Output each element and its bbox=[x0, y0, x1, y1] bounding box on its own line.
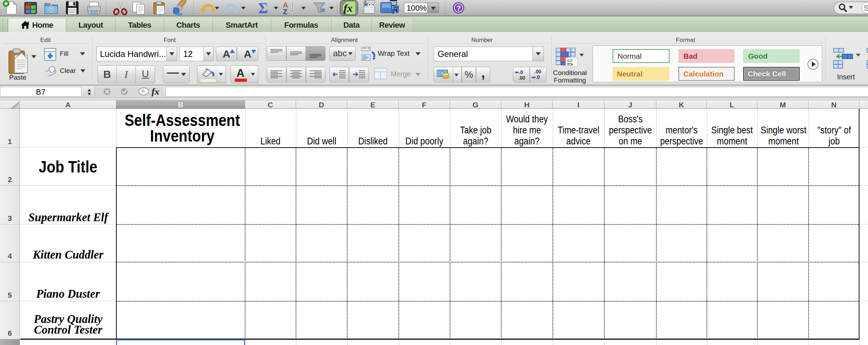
svg-text:Se: Se bbox=[864, 4, 868, 12]
svg-text:100%: 100% bbox=[407, 4, 427, 12]
svg-text:Z: Z bbox=[283, 7, 287, 16]
svg-text:fx: fx bbox=[344, 2, 353, 14]
svg-text:?: ? bbox=[456, 4, 461, 12]
svg-text:=>: => bbox=[567, 62, 573, 67]
svg-text:fx: fx bbox=[152, 87, 159, 97]
svg-text:Σ: Σ bbox=[258, 0, 268, 16]
